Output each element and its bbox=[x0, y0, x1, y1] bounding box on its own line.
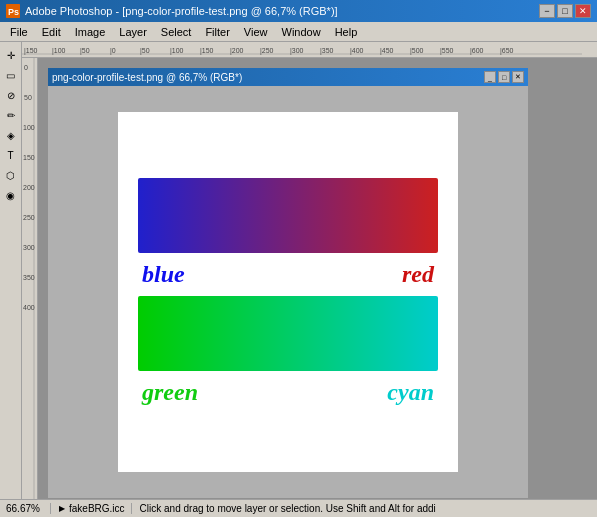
label-cyan: cyan bbox=[387, 379, 434, 406]
canvas-area: png-color-profile-test.png @ 66,7% (RGB*… bbox=[38, 58, 597, 499]
svg-text:|500: |500 bbox=[410, 47, 424, 55]
bottom-color-labels: green cyan bbox=[138, 379, 438, 406]
svg-text:0: 0 bbox=[24, 64, 28, 71]
svg-text:|600: |600 bbox=[470, 47, 484, 55]
menu-image[interactable]: Image bbox=[69, 24, 112, 40]
side-tool-2[interactable]: ▭ bbox=[2, 66, 20, 84]
profile-name: fakeBRG.icc bbox=[69, 503, 125, 514]
menu-bar: File Edit Image Layer Select Filter View… bbox=[0, 22, 597, 42]
svg-text:|0: |0 bbox=[110, 47, 116, 55]
svg-text:|50: |50 bbox=[80, 47, 90, 55]
side-tool-3[interactable]: ⊘ bbox=[2, 86, 20, 104]
gradient-bar-top bbox=[138, 178, 438, 253]
side-toolbar: ✛ ▭ ⊘ ✏ ◈ T ⬡ ◉ bbox=[0, 42, 22, 499]
svg-text:|150: |150 bbox=[200, 47, 214, 55]
document-controls: _ □ ✕ bbox=[484, 71, 524, 83]
status-hint: Click and drag to move layer or selectio… bbox=[140, 503, 591, 514]
ruler-vertical: 0 50 100 150 200 250 300 350 400 bbox=[22, 58, 38, 499]
svg-text:|650: |650 bbox=[500, 47, 514, 55]
label-green: green bbox=[142, 379, 198, 406]
title-bar: Ps Adobe Photoshop - [png-color-profile-… bbox=[0, 0, 597, 22]
color-profile: ▶ fakeBRG.icc bbox=[59, 503, 132, 514]
document-titlebar: png-color-profile-test.png @ 66,7% (RGB*… bbox=[48, 68, 528, 86]
label-blue: blue bbox=[142, 261, 185, 288]
app-icon: Ps bbox=[6, 4, 20, 18]
document-content: blue red green cyan bbox=[48, 86, 528, 498]
svg-text:150: 150 bbox=[23, 154, 35, 161]
minimize-button[interactable]: − bbox=[539, 4, 555, 18]
side-tool-8[interactable]: ◉ bbox=[2, 186, 20, 204]
document-window: png-color-profile-test.png @ 66,7% (RGB*… bbox=[48, 68, 528, 498]
menu-file[interactable]: File bbox=[4, 24, 34, 40]
profile-icon: ▶ bbox=[59, 504, 65, 513]
title-bar-left: Ps Adobe Photoshop - [png-color-profile-… bbox=[6, 4, 338, 18]
svg-text:250: 250 bbox=[23, 214, 35, 221]
gradient-bar-bottom bbox=[138, 296, 438, 371]
svg-text:100: 100 bbox=[23, 124, 35, 131]
svg-text:|250: |250 bbox=[260, 47, 274, 55]
maximize-button[interactable]: □ bbox=[557, 4, 573, 18]
menu-view[interactable]: View bbox=[238, 24, 274, 40]
svg-text:|100: |100 bbox=[52, 47, 66, 55]
menu-layer[interactable]: Layer bbox=[113, 24, 153, 40]
svg-text:Ps: Ps bbox=[8, 7, 19, 17]
side-tool-4[interactable]: ✏ bbox=[2, 106, 20, 124]
side-tool-1[interactable]: ✛ bbox=[2, 46, 20, 64]
svg-text:200: 200 bbox=[23, 184, 35, 191]
svg-text:|300: |300 bbox=[290, 47, 304, 55]
doc-maximize-button[interactable]: □ bbox=[498, 71, 510, 83]
doc-close-button[interactable]: ✕ bbox=[512, 71, 524, 83]
svg-text:|200: |200 bbox=[230, 47, 244, 55]
doc-minimize-button[interactable]: _ bbox=[484, 71, 496, 83]
menu-help[interactable]: Help bbox=[329, 24, 364, 40]
menu-window[interactable]: Window bbox=[276, 24, 327, 40]
ruler-horizontal: |150 |100 |50 |0 |50 |100 |150 |200 |250… bbox=[22, 42, 597, 58]
menu-filter[interactable]: Filter bbox=[199, 24, 235, 40]
svg-text:|350: |350 bbox=[320, 47, 334, 55]
title-text: Adobe Photoshop - [png-color-profile-tes… bbox=[25, 5, 338, 17]
svg-text:|50: |50 bbox=[140, 47, 150, 55]
svg-text:50: 50 bbox=[24, 94, 32, 101]
menu-select[interactable]: Select bbox=[155, 24, 198, 40]
svg-text:|150: |150 bbox=[24, 47, 38, 55]
svg-text:|400: |400 bbox=[350, 47, 364, 55]
side-tool-6[interactable]: T bbox=[2, 146, 20, 164]
side-tool-5[interactable]: ◈ bbox=[2, 126, 20, 144]
title-controls: − □ ✕ bbox=[539, 4, 591, 18]
side-tool-7[interactable]: ⬡ bbox=[2, 166, 20, 184]
image-canvas: blue red green cyan bbox=[118, 112, 458, 472]
menu-edit[interactable]: Edit bbox=[36, 24, 67, 40]
svg-text:|550: |550 bbox=[440, 47, 454, 55]
svg-text:300: 300 bbox=[23, 244, 35, 251]
label-red: red bbox=[402, 261, 434, 288]
document-title: png-color-profile-test.png @ 66,7% (RGB*… bbox=[52, 72, 242, 83]
svg-text:350: 350 bbox=[23, 274, 35, 281]
svg-text:400: 400 bbox=[23, 304, 35, 311]
zoom-level: 66.67% bbox=[6, 503, 51, 514]
svg-text:|100: |100 bbox=[170, 47, 184, 55]
close-button[interactable]: ✕ bbox=[575, 4, 591, 18]
top-color-labels: blue red bbox=[138, 261, 438, 288]
status-bar: 66.67% ▶ fakeBRG.icc Click and drag to m… bbox=[0, 499, 597, 517]
svg-text:|450: |450 bbox=[380, 47, 394, 55]
